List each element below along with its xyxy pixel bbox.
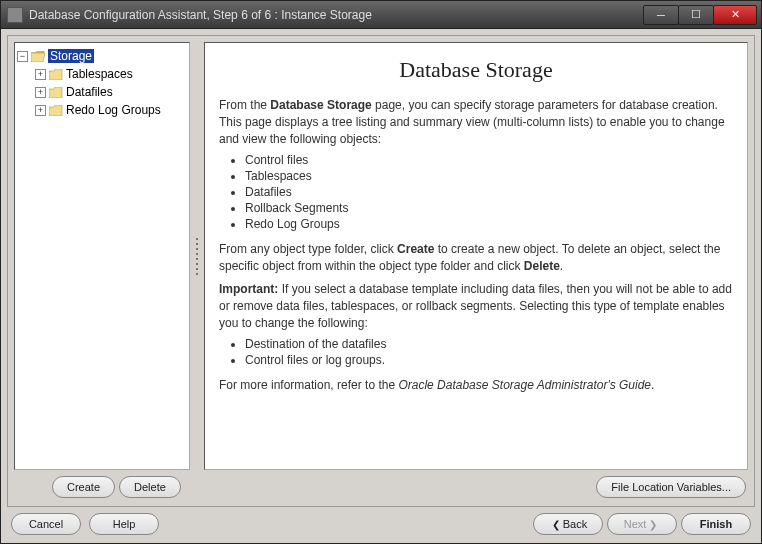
minimize-button[interactable]: ─ — [643, 5, 679, 25]
wizard-panel: − Storage + Tablespaces + — [7, 35, 755, 507]
tree-node-datafiles[interactable]: + Datafiles — [17, 83, 187, 101]
svg-marker-2 — [49, 69, 62, 80]
create-delete-paragraph: From any object type folder, click Creat… — [219, 241, 733, 275]
finish-button[interactable]: Finish — [681, 513, 751, 535]
cancel-button[interactable]: Cancel — [11, 513, 81, 535]
next-button: Next❯ — [607, 513, 677, 535]
main-area: − Storage + Tablespaces + — [14, 42, 748, 470]
titlebar: Database Configuration Assistant, Step 6… — [1, 1, 761, 29]
list-item: Rollback Segments — [245, 201, 733, 215]
svg-marker-3 — [49, 87, 62, 98]
tree-node-redologgroups[interactable]: + Redo Log Groups — [17, 101, 187, 119]
help-button[interactable]: Help — [89, 513, 159, 535]
svg-marker-0 — [31, 51, 44, 53]
tree-label: Redo Log Groups — [66, 103, 161, 117]
object-type-list: Control files Tablespaces Datafiles Roll… — [245, 153, 733, 231]
folder-icon — [49, 87, 63, 98]
window-controls: ─ ☐ ✕ — [644, 5, 757, 25]
pane-button-row: Create Delete File Location Variables... — [14, 470, 748, 500]
delete-button[interactable]: Delete — [119, 476, 181, 498]
expander-icon[interactable]: + — [35, 87, 46, 98]
page-title: Database Storage — [219, 57, 733, 83]
expander-icon[interactable]: + — [35, 69, 46, 80]
tree-children: + Tablespaces + Datafiles — [17, 65, 187, 119]
app-icon — [7, 7, 23, 23]
list-item: Datafiles — [245, 185, 733, 199]
wizard-footer: Cancel Help ❮Back Next❯ Finish — [7, 507, 755, 537]
list-item: Destination of the datafiles — [245, 337, 733, 351]
client-area: − Storage + Tablespaces + — [1, 29, 761, 543]
back-button[interactable]: ❮Back — [533, 513, 603, 535]
create-button[interactable]: Create — [52, 476, 115, 498]
tree-pane[interactable]: − Storage + Tablespaces + — [14, 42, 190, 470]
important-paragraph: Important: If you select a database temp… — [219, 281, 733, 331]
template-change-list: Destination of the datafiles Control fil… — [245, 337, 733, 367]
list-item: Control files or log groups. — [245, 353, 733, 367]
svg-marker-1 — [31, 53, 45, 62]
expander-icon[interactable]: − — [17, 51, 28, 62]
expander-icon[interactable]: + — [35, 105, 46, 116]
next-arrow-icon: ❯ — [649, 519, 657, 530]
maximize-button[interactable]: ☐ — [678, 5, 714, 25]
splitter[interactable] — [194, 42, 200, 470]
tree-label: Tablespaces — [66, 67, 133, 81]
file-location-variables-button[interactable]: File Location Variables... — [596, 476, 746, 498]
window-title: Database Configuration Assistant, Step 6… — [29, 8, 644, 22]
tree-label: Datafiles — [66, 85, 113, 99]
back-arrow-icon: ❮ — [552, 519, 560, 530]
folder-open-icon — [31, 51, 45, 62]
folder-icon — [49, 105, 63, 116]
intro-paragraph: From the Database Storage page, you can … — [219, 97, 733, 147]
tree-node-tablespaces[interactable]: + Tablespaces — [17, 65, 187, 83]
tree-node-storage[interactable]: − Storage — [17, 47, 187, 65]
list-item: Redo Log Groups — [245, 217, 733, 231]
svg-marker-4 — [49, 105, 62, 116]
close-button[interactable]: ✕ — [713, 5, 757, 25]
tree-label: Storage — [48, 49, 94, 63]
list-item: Control files — [245, 153, 733, 167]
folder-icon — [49, 69, 63, 80]
more-info-paragraph: For more information, refer to the Oracl… — [219, 377, 733, 394]
content-pane: Database Storage From the Database Stora… — [204, 42, 748, 470]
list-item: Tablespaces — [245, 169, 733, 183]
